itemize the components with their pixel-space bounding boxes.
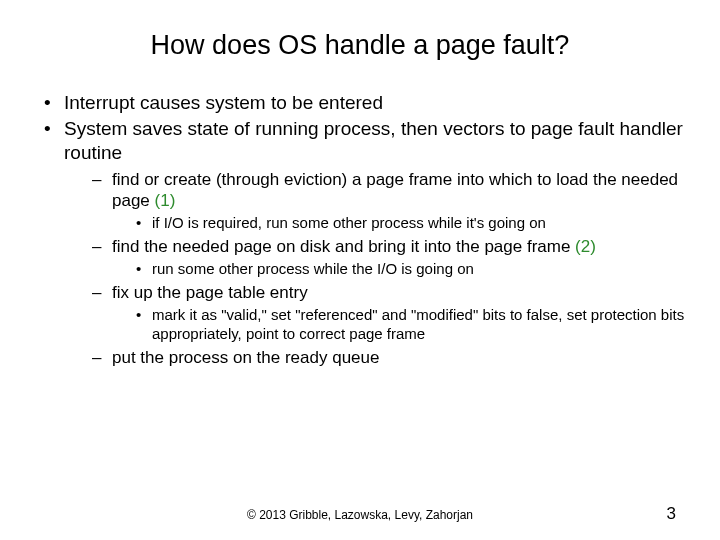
step-number: (2) [575,237,596,256]
bullet-text: System saves state of running process, t… [64,118,683,163]
dash-text: fix up the page table entry [112,283,308,302]
dot-item: run some other process while the I/O is … [136,260,690,279]
dash-text: find or create (through eviction) a page… [112,170,678,209]
dot-list: run some other process while the I/O is … [136,260,690,279]
bullet-item: System saves state of running process, t… [44,117,690,368]
page-number: 3 [667,504,676,524]
dot-item: mark it as "valid," set "referenced" and… [136,306,690,344]
dash-item: find or create (through eviction) a page… [92,170,690,233]
dash-item: find the needed page on disk and bring i… [92,237,690,279]
dash-text: find the needed page on disk and bring i… [112,237,575,256]
dash-item: put the process on the ready queue [92,348,690,368]
bullet-list: Interrupt causes system to be entered Sy… [44,91,690,368]
slide-title: How does OS handle a page fault? [30,30,690,61]
copyright-footer: © 2013 Gribble, Lazowska, Levy, Zahorjan [0,508,720,522]
bullet-item: Interrupt causes system to be entered [44,91,690,115]
step-number: (1) [155,191,176,210]
dot-item: if I/O is required, run some other proce… [136,214,690,233]
dot-list: if I/O is required, run some other proce… [136,214,690,233]
dash-item: fix up the page table entry mark it as "… [92,283,690,344]
dash-list: find or create (through eviction) a page… [92,170,690,368]
dot-list: mark it as "valid," set "referenced" and… [136,306,690,344]
